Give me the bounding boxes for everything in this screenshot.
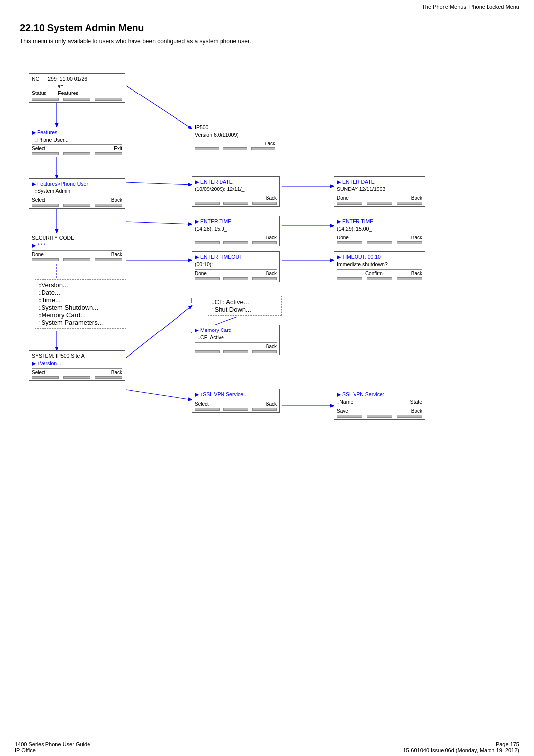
features-menu-box: ▶ Features ↓Phone User... SelectExit [29,127,125,157]
features-buttons [32,152,122,155]
svg-line-12 [126,306,192,358]
system-buttons [32,376,122,379]
timeout-result-line1: Immediate shutdown? [337,261,422,268]
diagram-area: NG 299 11:00 01/26 a= Status Features ▶ … [20,53,514,459]
ssl-vpn-select-buttons [195,408,277,411]
enter-date2-label: ▶ ENTER DATE [337,178,422,186]
ip500-line1: IP500 [195,124,275,131]
svg-line-5 [126,86,192,129]
security-code-box: SECURITY CODE ▶ * * * DoneBack [29,233,125,263]
main-screen-line3: Status Features [32,90,122,97]
svg-line-15 [126,390,192,400]
security-label: SECURITY CODE [32,235,122,242]
memory-card-buttons [195,350,277,353]
features-softkeys: SelectExit [32,144,122,151]
ssl-vpn-detail-buttons [337,415,422,418]
ssl-vpn-select-softkeys: SelectBack [195,400,277,407]
ssl-vpn-detail-label: ▶ SSL VPN Service: [337,391,422,398]
svg-line-8 [126,222,192,224]
enter-timeout-label: ▶ ENTER TIMEOUT [195,253,277,261]
enter-date1-box: ▶ ENTER DATE (10/09/2009): 12/11/_ Back [192,176,280,207]
enter-timeout-softkeys: DoneBack [195,269,277,276]
footer-right: Page 175 15-601040 Issue 06d (Monday, Ma… [403,741,519,753]
ssl-vpn-detail-row: ↓NameState [337,398,422,406]
enter-time2-label: ▶ ENTER TIME [337,218,422,225]
features-line1: ↓Phone User... [32,136,122,143]
memory-card-label: ▶ Memory Card [195,327,277,334]
enter-date1-softkeys: Back [195,194,277,201]
system-line1: ▶ ↓Version... [32,360,122,367]
ip500-softkeys: Back [195,140,275,146]
dashed-menu-box: ↕Version... ↕Date... ↕Time... ↕System Sh… [35,279,126,329]
main-screen-line2: a= [32,83,122,90]
ip500-line2: Version 6.0(11009) [195,131,275,139]
enter-date2-box: ▶ ENTER DATE SUNDAY 12/11/1963 DoneBack [334,176,425,207]
ssl-vpn-select-label: ▶ ↓SSL VPN Service... [195,391,277,398]
enter-time2-box: ▶ ENTER TIME (14:29): 15:00_ DoneBack [334,216,425,246]
enter-date2-softkeys: DoneBack [337,194,422,201]
phone-user-menu-box: ▶ Features>Phone User ↕System Admin Sele… [29,178,125,209]
main-screen-line1: NG 299 11:00 01/26 [32,75,122,83]
timeout-result-label: ▶ TIMEOUT: 00:10 [337,253,422,261]
ssl-vpn-detail-softkeys: SaveBack [337,407,422,414]
phone-user-softkeys: SelectBack [32,196,122,203]
main-screen-box: NG 299 11:00 01/26 a= Status Features [29,73,125,103]
system-softkeys: Select–Back [32,368,122,375]
memory-card-box: ▶ Memory Card ↓CF: Active Back [192,325,280,355]
security-line1: ▶ * * * [32,242,122,249]
enter-time2-buttons [337,241,422,244]
main-screen-buttons [32,98,122,101]
phone-user-label: ▶ Features>Phone User [32,180,122,188]
enter-time1-softkeys: Back [195,234,277,240]
phone-user-line1: ↕System Admin [32,188,122,195]
enter-date1-label: ▶ ENTER DATE [195,178,277,186]
enter-time1-box: ▶ ENTER TIME (14:28): 15:0_ Back [192,216,280,246]
enter-date1-line1: (10/09/2009): 12/11/_ [195,186,277,193]
security-softkeys: DoneBack [32,250,122,257]
ssl-vpn-select-box: ▶ ↓SSL VPN Service... SelectBack [192,389,280,413]
phone-user-buttons [32,204,122,207]
memory-card-softkeys: Back [195,342,277,349]
ip500-version-box: IP500 Version 6.0(11009) Back [192,122,278,152]
enter-timeout-buttons [195,277,277,280]
page-header: The Phone Menus: Phone Locked Menu [0,0,534,12]
enter-date2-buttons [337,202,422,205]
system-menu-box: SYSTEM: IP500 Site A ▶ ↓Version... Selec… [29,350,125,381]
enter-time1-buttons [195,241,277,244]
memory-card-line1: ↓CF: Active [195,334,277,341]
section-title: 22.10 System Admin Menu [20,22,514,34]
enter-time2-softkeys: DoneBack [337,234,422,240]
ip500-buttons [195,147,275,150]
intro-text: This menu is only available to users who… [20,38,514,45]
enter-time2-line1: (14:29): 15:00_ [337,225,422,233]
enter-date2-line1: SUNDAY 12/11/1963 [337,186,422,193]
timeout-result-softkeys: ConfirmBack [337,269,422,276]
page-footer: 1400 Series Phone User Guide IP Office P… [0,738,534,756]
timeout-result-buttons [337,277,422,280]
enter-time1-label: ▶ ENTER TIME [195,218,277,225]
system-label: SYSTEM: IP500 Site A [32,352,122,360]
enter-timeout-line1: (00:10): _ [195,261,277,268]
enter-time1-line1: (14:28): 15:0_ [195,225,277,233]
dashed-shutdown-box: ↓CF: Active... ↑Shut Down... [208,296,282,316]
enter-timeout-box: ▶ ENTER TIMEOUT (00:10): _ DoneBack [192,251,280,282]
ssl-vpn-detail-box: ▶ SSL VPN Service: ↓NameState SaveBack [334,389,425,420]
features-label: ▶ Features [32,129,122,136]
svg-line-6 [126,182,192,185]
footer-left: 1400 Series Phone User Guide IP Office [15,741,90,753]
security-buttons [32,258,122,261]
timeout-result-box: ▶ TIMEOUT: 00:10 Immediate shutdown? Con… [334,251,425,282]
enter-date1-buttons [195,202,277,205]
